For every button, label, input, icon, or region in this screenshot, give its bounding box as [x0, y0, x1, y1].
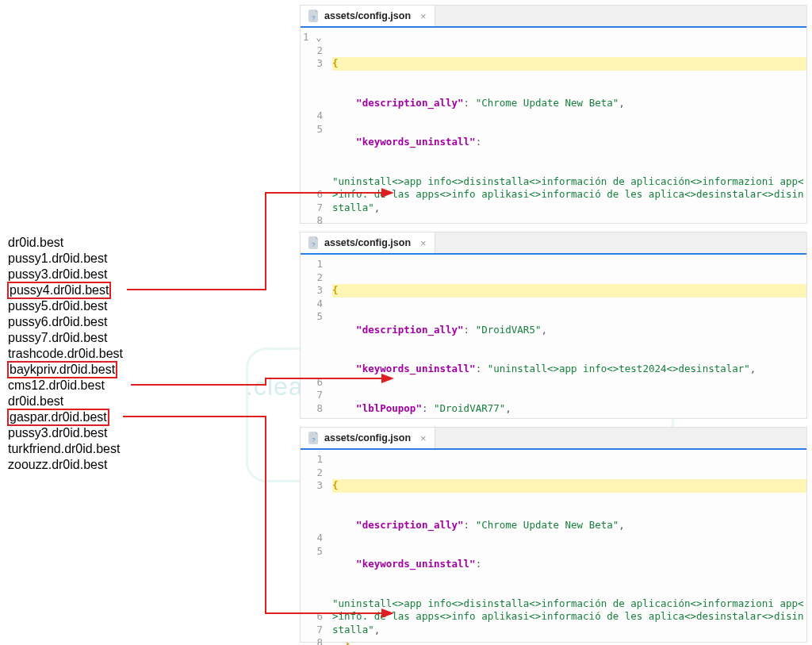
json-file-icon: ? [308, 432, 320, 444]
domain-entry: dr0id.best [8, 235, 123, 251]
tab-filename: assets/config.json [324, 432, 411, 443]
gutter: 123 45 678 [301, 450, 329, 645]
close-icon[interactable]: × [420, 432, 427, 444]
domain-entry: pussy3.dr0id.best [8, 267, 123, 282]
json-file-icon: ? [308, 236, 320, 249]
domain-entry: dr0id.best [8, 394, 123, 409]
json-file-icon: ? [308, 10, 320, 22]
code-panel-1: ? assets/config.json × 1 ⌄ 2 3 4 5 6 7 8… [300, 5, 807, 224]
domain-entry: baykpriv.dr0id.best [8, 362, 123, 378]
domain-entry: turkfriend.dr0id.best [8, 441, 123, 457]
close-icon[interactable]: × [420, 10, 427, 22]
file-tab[interactable]: ? assets/config.json × [301, 232, 435, 253]
code-area[interactable]: 123 45 678 { "description_ally": "Chrome… [301, 450, 806, 645]
code-body[interactable]: { "description_ally": "Chrome Update New… [329, 450, 806, 645]
domain-entry: trashcode.dr0id.best [8, 346, 123, 362]
code-panel-2: ? assets/config.json × 12345 678 { "desc… [300, 232, 807, 419]
domain-entry: pussy6.dr0id.best [8, 314, 123, 330]
domain-entry: pussy4.dr0id.best [8, 282, 123, 298]
file-tab[interactable]: ? assets/config.json × [301, 6, 435, 26]
tab-bar: ? assets/config.json × [301, 428, 806, 450]
file-tab[interactable]: ? assets/config.json × [301, 428, 435, 448]
tab-filename: assets/config.json [324, 237, 411, 248]
domain-entry: pussy7.dr0id.best [8, 330, 123, 346]
domain-entry: cms12.dr0id.best [8, 378, 123, 394]
code-panel-3: ? assets/config.json × 123 45 678 { "des… [300, 427, 807, 643]
close-icon[interactable]: × [420, 237, 427, 249]
tab-bar: ? assets/config.json × [301, 6, 806, 28]
svg-text:?: ? [312, 436, 316, 443]
svg-text:?: ? [312, 14, 316, 21]
tab-filename: assets/config.json [324, 10, 411, 21]
domain-entry: pussy1.dr0id.best [8, 251, 123, 267]
domain-entry: pussy3.dr0id.best [8, 425, 123, 441]
tab-bar: ? assets/config.json × [301, 232, 806, 255]
domain-entry: pussy5.dr0id.best [8, 298, 123, 314]
domain-entry: gaspar.dr0id.best [8, 409, 123, 425]
domain-entry: zoouzz.dr0id.best [8, 457, 123, 473]
svg-text:?: ? [312, 241, 316, 248]
domain-list: dr0id.bestpussy1.dr0id.bestpussy3.dr0id.… [8, 235, 123, 473]
